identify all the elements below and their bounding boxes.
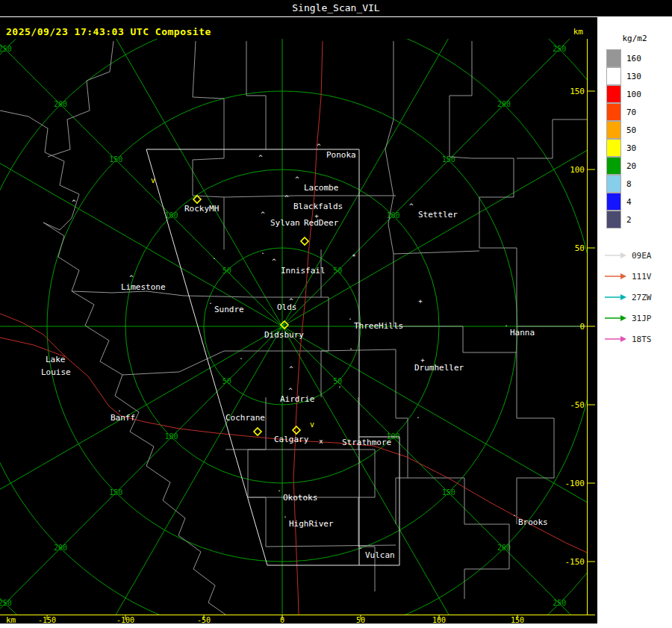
range-ring-label: 200: [54, 544, 67, 552]
colorbar-entry: 160: [597, 49, 672, 67]
city-label: ThreeHills: [354, 321, 403, 331]
county-boundary: [48, 41, 113, 157]
colorbar-value: 2: [626, 215, 632, 225]
county-boundary: [385, 41, 393, 326]
track-label: 111V: [632, 272, 652, 282]
range-ring-label: 150: [109, 488, 122, 497]
storm-vector-marker: v: [310, 420, 314, 429]
radar-display[interactable]: 5050505010010010010015015015015020020020…: [0, 0, 672, 628]
city-marker: ^: [295, 175, 299, 183]
county-boundary: [266, 545, 396, 547]
city-marker: ^: [272, 258, 276, 265]
colorbar-swatch: [606, 211, 621, 228]
poi-marker: .: [337, 382, 341, 389]
city-label: Sundre: [214, 305, 244, 314]
city-marker: ^: [317, 143, 321, 150]
poi-marker: .: [261, 248, 264, 255]
storm-vector-marker: v: [151, 176, 155, 184]
poi-marker: *: [352, 253, 355, 261]
city-marker: ^: [288, 387, 293, 394]
colorbar-entry: 30: [597, 139, 672, 157]
highway: [0, 314, 66, 357]
track-entry: 18TS: [597, 329, 672, 349]
right-axis-tick-label: -150: [565, 557, 585, 567]
colorbar-entry: 20: [597, 157, 672, 175]
window-bottom-border: [0, 624, 672, 628]
colorbar-value: 100: [626, 90, 641, 99]
colorbar-swatch: [606, 157, 621, 175]
poi-marker: ^: [258, 154, 263, 161]
city-label: Lake: [46, 355, 66, 364]
track-label: 31JP: [632, 314, 652, 323]
azimuth-spoke: [282, 10, 599, 326]
city-marker: ^: [129, 274, 134, 282]
city-label: Okotoks: [283, 493, 317, 503]
city-label: Innisfail: [281, 266, 326, 276]
colorbar-value: 8: [626, 179, 632, 189]
city-marker: .: [208, 298, 212, 305]
right-axis-tick-label: -50: [570, 400, 585, 410]
range-ring-label: 50: [333, 267, 342, 275]
colorbar-swatch: [606, 103, 621, 121]
city-label: RockyMH: [184, 204, 219, 214]
colorbar-entry: 100: [597, 85, 672, 103]
azimuth-spoke: [0, 102, 282, 326]
range-ring-label: 150: [442, 488, 455, 497]
track-entry: 09EA: [597, 245, 672, 266]
county-boundary: [393, 251, 479, 254]
range-ring-label: 150: [109, 155, 122, 164]
range-ring-label: 250: [0, 45, 12, 53]
azimuth-spoke: [58, 0, 282, 326]
poi-marker: ^: [72, 199, 76, 206]
city-label: Lacombe: [304, 183, 338, 193]
range-ring-label: 200: [497, 544, 511, 552]
right-axis-unit: km: [573, 27, 584, 37]
city-marker: .: [277, 485, 281, 493]
right-axis-tick-label: -100: [565, 479, 585, 488]
city-marker: .: [348, 314, 352, 321]
colorbar-value: 4: [626, 197, 632, 207]
poi-marker: ^: [289, 365, 293, 373]
city-label: Vulcan: [365, 550, 395, 560]
radar-site-marker: [293, 426, 300, 434]
city-label: HighRiver: [289, 519, 334, 529]
city-marker: +: [420, 356, 425, 364]
city-label: Airdrie: [280, 394, 314, 404]
track-arrow-icon: [603, 335, 627, 343]
colorbar: 16013010070503020842: [597, 49, 672, 228]
right-axis-tick-label: 150: [570, 87, 585, 96]
track-arrow-icon: [603, 251, 627, 260]
county-boundary: [193, 41, 224, 249]
radar-site-marker: [301, 237, 308, 245]
city-label: Strathmore: [342, 438, 391, 447]
colorbar-swatch: [606, 67, 621, 85]
colorbar-entry: 130: [597, 67, 672, 85]
radar-site-marker: [254, 428, 261, 435]
county-boundary: [246, 41, 266, 149]
city-marker: ^: [284, 194, 289, 202]
colorbar-entry: 2: [597, 211, 672, 228]
track-legend: 09EA111V27ZW31JP18TS: [597, 245, 672, 349]
colorbar-value: 70: [626, 108, 636, 117]
city-marker: .: [358, 543, 362, 550]
poi-marker: x: [319, 438, 323, 445]
track-entry: 27ZW: [597, 287, 672, 308]
city-label: Blackfalds: [293, 202, 343, 211]
range-ring-label: 50: [223, 377, 231, 385]
city-label: Calgary: [274, 435, 309, 444]
colorbar-entry: 70: [597, 103, 672, 121]
scan-coverage-outline: [359, 437, 399, 565]
colorbar-swatch: [606, 175, 621, 193]
city-marker: .: [283, 512, 287, 519]
city-label: RedDeer: [304, 218, 339, 228]
colorbar-swatch: [606, 85, 621, 103]
county-boundary: [449, 41, 517, 326]
range-ring-label: 100: [164, 432, 178, 441]
city-marker: ^: [289, 297, 293, 305]
azimuth-spoke: [282, 326, 506, 628]
colorbar-entry: 8: [597, 175, 672, 193]
city-label: Olds: [277, 302, 297, 312]
county-boundary: [517, 352, 554, 524]
range-ring-label: 200: [54, 100, 67, 108]
track-entry: 111V: [597, 266, 672, 287]
